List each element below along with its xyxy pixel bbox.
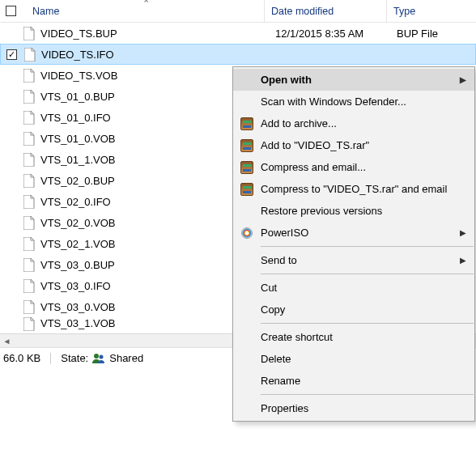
menu-label: Create shortcut [261, 331, 333, 343]
file-name: VTS_03_1.VOB [37, 317, 116, 329]
file-name: VTS_01_0.BUP [37, 91, 115, 103]
file-date: 12/1/2015 8:35 AM [275, 28, 363, 40]
menu-label: Rename [261, 375, 300, 387]
poweriso-icon [240, 226, 254, 240]
menu-copy[interactable]: Copy [233, 299, 474, 320]
menu-create-shortcut[interactable]: Create shortcut [233, 326, 474, 348]
column-date[interactable]: Date modified [265, 0, 386, 22]
column-name-label: Name [32, 6, 59, 17]
winrar-icon [240, 160, 254, 175]
scroll-left-arrow-icon[interactable]: ◄ [0, 334, 14, 348]
file-name: VTS_01_0.VOB [37, 133, 116, 145]
file-type: BUP File [397, 28, 438, 40]
file-icon [21, 174, 37, 188]
menu-label: Compress to "VIDEO_TS.rar" and email [261, 183, 447, 195]
file-icon [21, 27, 37, 40]
column-header: Name ⌃ Date modified Type [0, 0, 476, 23]
sort-indicator-icon: ⌃ [142, 0, 150, 9]
column-type[interactable]: Type [387, 0, 476, 22]
file-name: VIDEO_TS.IFO [38, 49, 114, 61]
status-state-value: Shared [109, 352, 143, 364]
menu-properties[interactable]: Properties [233, 397, 474, 419]
file-name: VTS_02_1.VOB [37, 238, 116, 250]
menu-separator [261, 246, 474, 247]
file-icon [21, 111, 37, 125]
menu-label: Send to [261, 254, 297, 266]
menu-label: Add to "VIDEO_TS.rar" [261, 139, 369, 151]
file-icon [21, 69, 37, 83]
menu-add-to-rar[interactable]: Add to "VIDEO_TS.rar" [233, 134, 474, 156]
file-icon [21, 195, 37, 209]
submenu-arrow-icon: ▶ [460, 256, 466, 265]
file-icon [21, 153, 37, 167]
file-name: VTS_02_0.VOB [37, 217, 116, 229]
menu-separator [261, 323, 474, 324]
menu-compress-to-email[interactable]: Compress to "VIDEO_TS.rar" and email [233, 178, 474, 200]
menu-label: Restore previous versions [261, 205, 382, 217]
table-row[interactable]: VIDEO_TS.BUP12/1/2015 8:35 AMBUP File [0, 23, 476, 44]
menu-open-with[interactable]: Open with ▶ [233, 69, 474, 91]
menu-label: Delete [261, 353, 291, 365]
menu-poweriso[interactable]: PowerISO ▶ [233, 222, 474, 244]
file-icon [21, 300, 37, 314]
menu-rename[interactable]: Rename [233, 370, 474, 392]
menu-label: Add to archive... [261, 117, 337, 129]
winrar-icon [240, 138, 254, 153]
menu-label: Open with [261, 74, 312, 86]
menu-label: Cut [261, 282, 277, 294]
select-all-checkbox[interactable] [0, 0, 21, 22]
file-icon [21, 90, 37, 104]
file-name: VTS_02_0.BUP [37, 175, 115, 187]
menu-cut[interactable]: Cut [233, 277, 474, 299]
winrar-icon [240, 117, 254, 131]
file-icon [21, 258, 37, 272]
svg-point-1 [100, 354, 104, 359]
menu-restore-versions[interactable]: Restore previous versions [233, 200, 474, 222]
table-row[interactable]: VIDEO_TS.IFO [0, 44, 476, 65]
file-name: VTS_03_0.VOB [37, 301, 116, 313]
file-name: VTS_01_1.VOB [37, 154, 116, 166]
column-name[interactable]: Name ⌃ [21, 0, 264, 22]
file-icon [22, 48, 38, 62]
file-icon [21, 317, 37, 331]
file-name: VIDEO_TS.VOB [37, 70, 117, 82]
menu-label: Properties [261, 402, 308, 414]
column-type-label: Type [393, 6, 415, 17]
file-name: VTS_03_0.IFO [37, 280, 111, 292]
row-checkbox[interactable] [1, 49, 22, 60]
menu-send-to[interactable]: Send to ▶ [233, 249, 474, 271]
submenu-arrow-icon: ▶ [460, 75, 466, 84]
shared-icon [91, 353, 106, 364]
submenu-arrow-icon: ▶ [460, 228, 466, 237]
file-name: VIDEO_TS.BUP [37, 28, 117, 40]
menu-add-archive[interactable]: Add to archive... [233, 112, 474, 134]
file-icon [21, 279, 37, 293]
menu-label: PowerISO [261, 227, 308, 239]
status-size: 66.0 KB [3, 352, 40, 364]
menu-label: Scan with Windows Defender... [261, 95, 406, 108]
svg-point-0 [94, 354, 99, 359]
column-date-label: Date modified [271, 6, 334, 17]
menu-separator [261, 394, 474, 395]
file-name: VTS_01_0.IFO [37, 112, 111, 124]
menu-separator [261, 274, 474, 274]
menu-label: Copy [261, 303, 285, 316]
file-icon [21, 132, 37, 146]
menu-compress-email[interactable]: Compress and email... [233, 156, 474, 178]
winrar-icon [240, 182, 254, 197]
status-state-label: State: [61, 352, 88, 364]
menu-scan-defender[interactable]: Scan with Windows Defender... [233, 91, 474, 112]
file-name: VTS_03_0.BUP [37, 259, 115, 271]
file-icon [21, 237, 37, 251]
file-name: VTS_02_0.IFO [37, 196, 111, 208]
menu-label: Compress and email... [261, 161, 366, 173]
status-divider [50, 353, 51, 364]
file-icon [21, 216, 37, 230]
menu-delete[interactable]: Delete [233, 348, 474, 370]
context-menu: Open with ▶ Scan with Windows Defender..… [232, 66, 475, 422]
